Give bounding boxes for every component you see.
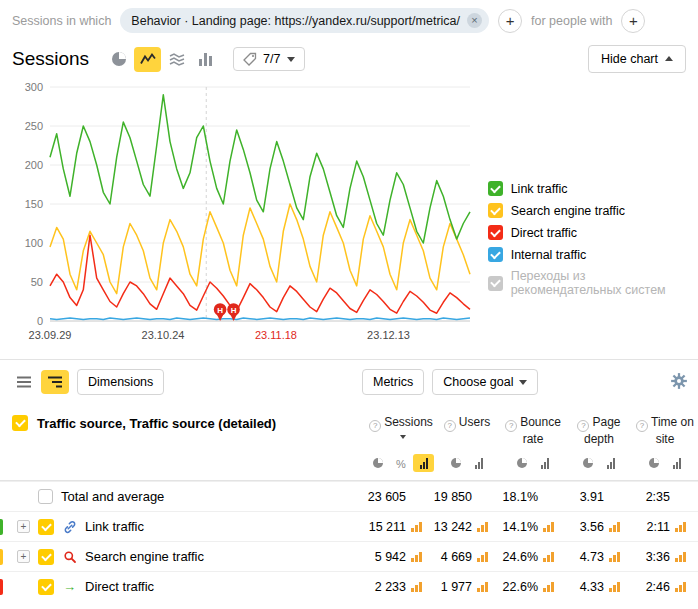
display-mode-users [434,454,500,472]
column-header-users[interactable]: Users [434,415,500,432]
chart-series-selector[interactable]: 7/7 [233,47,304,71]
column-header-page-depth[interactable]: Page depth [566,415,632,447]
stacked-chart-type-button[interactable] [163,47,190,72]
row-checkbox[interactable] [38,579,54,595]
filter-chip-label: Behavior · Landing page: https://yandex.… [131,14,460,28]
row-checkbox[interactable] [38,549,54,565]
legend-checkbox[interactable] [488,247,503,262]
legend-item[interactable]: Search engine traffic [488,203,698,218]
add-people-filter-button[interactable] [621,9,645,33]
mini-bar-icon [609,521,622,532]
help-icon [636,420,648,432]
remove-filter-icon[interactable] [467,13,482,28]
table-row-direct-traffic[interactable]: Direct traffic 2 233 1 977 22.6% 4.33 2:… [0,571,698,601]
legend-item[interactable]: Internal traffic [488,247,698,262]
row-label[interactable]: Link traffic [85,519,144,534]
series-line-1[interactable] [50,204,470,294]
bar-mode-icon[interactable] [468,454,489,472]
metrics-button[interactable]: Metrics [362,369,424,395]
select-all-checkbox[interactable] [12,415,28,431]
bar-mode-icon[interactable] [534,454,555,472]
column-header-sessions[interactable]: Sessions [368,415,434,447]
dimensions-button[interactable]: Dimensions [77,369,164,395]
line-chart-icon [140,52,156,66]
tag-icon [243,52,257,66]
mini-bar-icon [477,551,490,562]
legend-label: Переходы из рекомендательных систем [511,269,698,297]
sessions-value: 15 211 [369,520,406,534]
expand-row-button[interactable] [17,520,30,533]
page-title: Sessions [12,48,89,70]
time-on-site-value: 3:36 [646,550,670,564]
series-line-3[interactable] [50,318,470,320]
hide-chart-label: Hide chart [601,52,658,66]
mini-bar-icon [477,521,490,532]
choose-goal-button[interactable]: Choose goal [432,369,538,395]
flat-view-button[interactable] [10,370,38,394]
mini-bar-icon [543,551,556,562]
search-icon [62,549,77,564]
column-chart-icon [199,53,212,66]
row-checkbox[interactable] [38,519,54,535]
chart-header: Sessions 7/7 [0,39,698,75]
row-label[interactable]: Search engine traffic [85,549,204,564]
segment-filter-bar: Sessions in which Behavior · Landing pag… [0,0,698,39]
hide-chart-button[interactable]: Hide chart [588,45,686,73]
add-session-filter-button[interactable] [498,9,522,33]
pie-mode-icon[interactable] [577,454,598,472]
chart-type-switcher [105,47,219,72]
help-icon [444,420,456,432]
legend-item[interactable]: Direct traffic [488,225,698,240]
chevron-down-icon [287,57,295,66]
legend-item[interactable]: Link traffic [488,181,698,196]
table-settings-button[interactable] [670,372,688,393]
legend-label: Link traffic [511,182,568,196]
bar-mode-icon[interactable] [413,454,434,472]
y-axis-label: 250 [25,120,43,132]
series-line-0[interactable] [50,95,470,243]
legend-checkbox[interactable] [488,225,503,240]
column-header-time-on-site[interactable]: Time on site [632,415,698,447]
mini-bar-icon [609,551,622,562]
legend-checkbox[interactable] [488,181,503,196]
legend-checkbox[interactable] [488,203,503,218]
row-checkbox[interactable] [38,489,53,504]
percent-mode-icon[interactable] [391,454,412,472]
display-mode-bounce-rate [500,454,566,472]
column-header-bounce-rate[interactable]: Bounce rate [500,415,566,447]
table-row-total: Total and average 23 605 19 850 18.1% 3.… [0,481,698,511]
sort-desc-icon [400,435,406,442]
pie-mode-icon[interactable] [643,454,664,472]
bar-mode-icon[interactable] [666,454,687,472]
expand-row-button[interactable] [17,550,30,563]
pie-mode-icon[interactable] [445,454,466,472]
pie-chart-type-button[interactable] [105,47,132,72]
filter-chip[interactable]: Behavior · Landing page: https://yandex.… [120,8,489,33]
line-chart-type-button[interactable] [134,47,161,72]
bar-mode-icon[interactable] [600,454,621,472]
tree-view-button[interactable] [41,370,69,394]
legend-item[interactable]: Переходы из рекомендательных систем [488,269,698,297]
mini-bar-icon [675,551,688,562]
chart-zone: 05010015020025030023.09.2923.10.2423.11.… [0,75,698,351]
y-axis-label: 0 [37,315,43,327]
row-label: Total and average [61,489,164,504]
pie-mode-icon[interactable] [511,454,532,472]
time-on-site-value: 2:46 [646,580,670,594]
mini-bar-icon [675,521,688,532]
series-line-2[interactable] [50,235,470,313]
table-row-search-traffic[interactable]: Search engine traffic 5 942 4 669 24.6% … [0,541,698,571]
chevron-up-icon [665,52,673,61]
x-axis-label: 23.12.13 [367,329,410,341]
pie-mode-icon[interactable] [368,454,389,472]
sessions-chart[interactable]: 05010015020025030023.09.2923.10.2423.11.… [14,77,472,351]
help-icon [577,420,589,432]
column-chart-type-button[interactable] [192,47,219,72]
series-color-strip [0,579,3,595]
users-value: 4 669 [441,550,472,564]
row-label[interactable]: Direct traffic [85,579,154,594]
table-row-link-traffic[interactable]: Link traffic 15 211 13 242 14.1% 3.56 2:… [0,511,698,541]
note-marker-label: Н [231,306,237,315]
legend-checkbox[interactable] [488,276,503,291]
sessions-value: 5 942 [375,550,406,564]
